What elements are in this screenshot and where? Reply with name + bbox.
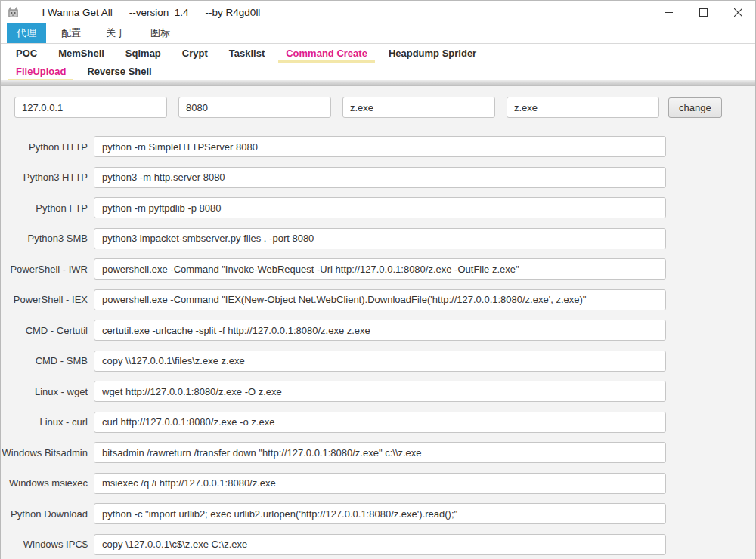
tab-sqlmap[interactable]: Sqlmap [118,45,169,63]
tab-tasklist[interactable]: Tasklist [222,45,272,63]
command-linux-curl-input[interactable] [94,412,666,433]
minimize-button[interactable] [651,1,686,23]
app-window: I Wanna Get All--version 1.4--by R4gd0ll… [0,0,756,559]
command-windows-bitsadmin-input[interactable] [94,442,666,463]
command-row: Python3 SMB [1,228,755,249]
tab-crypt[interactable]: Crypt [175,45,215,63]
command-label: Linux - wget [1,386,88,397]
command-cmd-certutil-input[interactable] [94,320,666,341]
command-label: Windows Bitsadmin [1,447,88,459]
window-title-author: --by R4gd0ll [206,7,261,18]
window-title-app: I Wanna Get All [42,7,113,18]
command-python-ftp-input[interactable] [94,197,666,218]
command-row: Python Download [1,503,755,524]
command-row: Linux - curl [1,412,755,433]
menu-item-about[interactable]: 关于 [96,23,135,43]
command-python-http-input[interactable] [94,136,666,157]
command-label: Python HTTP [1,141,88,153]
tab-heapdump-sprider[interactable]: Heapdump Sprider [381,45,484,63]
command-cmd-smb-input[interactable] [94,351,666,372]
command-label: Python3 HTTP [1,171,88,183]
command-row: CMD - Certutil [1,320,755,341]
command-label: Python FTP [1,202,88,214]
host-input[interactable] [14,97,167,118]
remote-filename-input[interactable] [342,97,495,118]
command-label: CMD - SMB [1,355,88,366]
command-row: PowerShell - IWR [1,258,755,280]
command-label: Python Download [1,508,88,520]
command-list: Python HTTP Python3 HTTP Python FTP Pyth… [1,136,755,559]
command-powershell-iex-input[interactable] [94,289,666,310]
local-filename-input[interactable] [507,97,659,118]
command-label: PowerShell - IEX [1,294,88,305]
tab-memshell[interactable]: MemShell [51,45,112,63]
command-label: Linux - curl [1,416,88,428]
maximize-button[interactable] [686,1,720,23]
command-windows-ipc-input[interactable] [94,534,666,555]
tab-reverse-shell[interactable]: Reverse Shell [79,63,159,81]
primary-tab-bar: POC MemShell Sqlmap Crypt Tasklist Comma… [1,44,755,63]
secondary-tab-bar: FileUpload Reverse Shell [1,63,755,80]
maximize-icon [699,8,708,17]
port-input[interactable] [178,97,331,118]
tab-bar-shadow [1,80,755,86]
command-row: Windows IPC$ [1,534,755,555]
fileupload-panel: change Python HTTP Python3 HTTP Python F… [1,86,755,559]
command-label: PowerShell - IWR [1,264,88,275]
title-bar: I Wanna Get All--version 1.4--by R4gd0ll [1,1,755,23]
command-row: Python3 HTTP [1,167,755,188]
menu-item-icon[interactable]: 图标 [141,23,180,43]
tab-command-create[interactable]: Command Create [278,45,375,63]
command-label: CMD - Certutil [1,325,88,336]
command-row: Python HTTP [1,136,755,157]
command-linux-wget-input[interactable] [94,381,666,402]
minimize-icon [665,8,673,17]
command-row: CMD - SMB [1,351,755,372]
command-python-download-input[interactable] [94,503,666,524]
command-powershell-iwr-input[interactable] [94,258,666,280]
command-python3-smb-input[interactable] [94,228,666,249]
close-button[interactable] [720,1,755,23]
window-controls [651,1,755,23]
command-row: Linux - wget [1,381,755,402]
menu-bar: 代理 配置 关于 图标 [1,23,755,44]
command-python3-http-input[interactable] [94,167,666,188]
command-label: Windows msiexec [1,477,88,489]
command-row: Python FTP [1,197,755,218]
command-label: Python3 SMB [1,233,88,244]
close-icon [734,8,742,17]
menu-item-proxy[interactable]: 代理 [7,23,46,43]
tab-poc[interactable]: POC [8,45,45,63]
window-title-version: --version 1.4 [129,7,189,18]
change-button[interactable]: change [668,97,722,118]
tab-fileupload[interactable]: FileUpload [8,63,73,81]
command-row: Windows Bitsadmin [1,442,755,463]
command-row: Windows msiexec [1,473,755,494]
app-icon [7,6,20,19]
menu-item-config[interactable]: 配置 [51,23,91,43]
command-row: PowerShell - IEX [1,289,755,310]
command-label: Windows IPC$ [1,539,88,550]
command-windows-msiexec-input[interactable] [94,473,666,494]
config-row: change [1,97,755,118]
